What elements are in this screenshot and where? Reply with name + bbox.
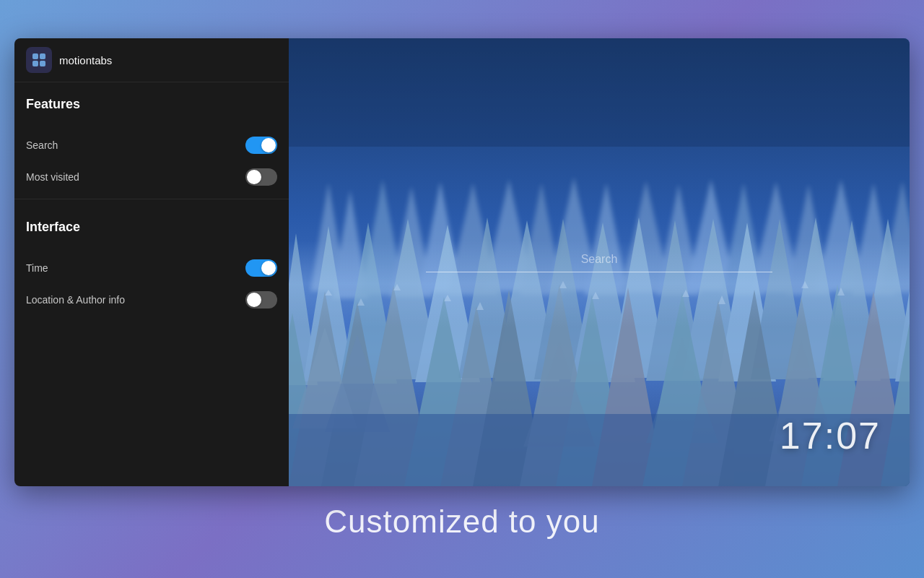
screenshot-container: motiontabs Features Search Most visited … <box>14 38 910 486</box>
app-header: motiontabs <box>14 38 289 82</box>
most-visited-feature-row: Most visited <box>14 161 289 193</box>
location-label: Location & Author info <box>26 294 125 306</box>
most-visited-toggle[interactable] <box>245 168 277 186</box>
svg-rect-3 <box>40 61 45 66</box>
interface-section-title: Interface <box>26 220 277 235</box>
motiontabs-icon <box>31 52 47 68</box>
most-visited-label: Most visited <box>26 171 79 183</box>
search-toggle-thumb <box>261 138 276 152</box>
search-feature-row: Search <box>14 129 289 161</box>
time-toggle-thumb <box>261 261 276 275</box>
svg-rect-76 <box>289 38 910 147</box>
time-label: Time <box>26 262 48 274</box>
features-section-title: Features <box>26 97 277 112</box>
left-panel: motiontabs Features Search Most visited … <box>14 38 289 486</box>
location-feature-row: Location & Author info <box>14 284 289 316</box>
search-label: Search <box>26 139 58 151</box>
app-name: motiontabs <box>59 54 112 66</box>
time-feature-row: Time <box>14 252 289 284</box>
background-image: 17:07 <box>289 38 910 486</box>
time-display: 17:07 <box>780 414 881 457</box>
tagline: Customized to you <box>324 504 599 540</box>
svg-rect-2 <box>32 61 38 66</box>
time-toggle[interactable] <box>245 259 277 277</box>
features-section: Features <box>14 82 289 129</box>
svg-rect-0 <box>32 53 38 59</box>
section-divider <box>14 199 289 199</box>
interface-section: Interface <box>14 205 289 252</box>
search-toggle[interactable] <box>245 137 277 154</box>
location-toggle[interactable] <box>245 291 277 309</box>
app-icon <box>26 47 52 73</box>
location-toggle-thumb <box>247 293 261 307</box>
search-overlay <box>426 247 772 272</box>
most-visited-toggle-thumb <box>247 170 261 184</box>
right-panel: 17:07 <box>289 38 910 486</box>
svg-rect-1 <box>40 53 45 59</box>
search-input[interactable] <box>426 247 772 272</box>
